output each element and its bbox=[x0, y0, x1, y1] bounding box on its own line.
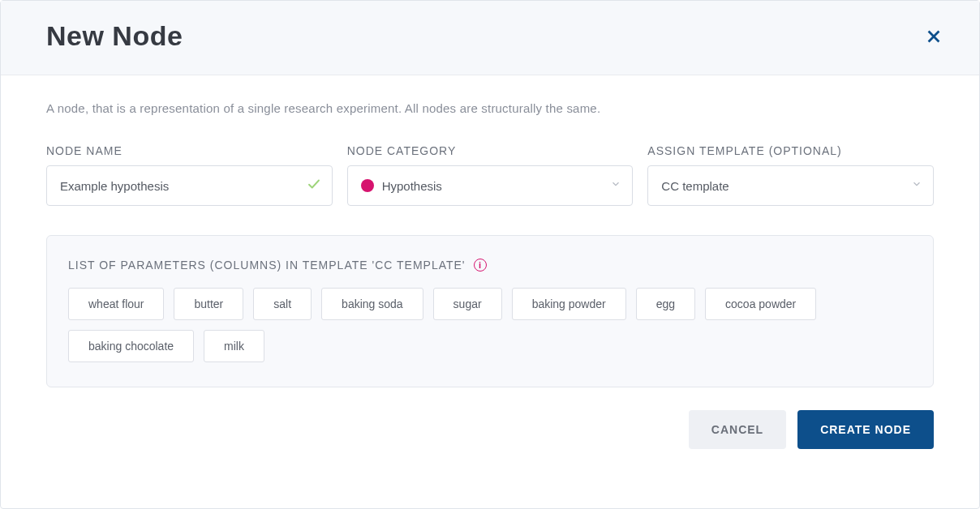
chevron-down-icon bbox=[911, 178, 922, 193]
modal-body: A node, that is a representation of a si… bbox=[1, 75, 979, 387]
parameter-chip: wheat flour bbox=[68, 288, 164, 320]
modal-header: New Node bbox=[1, 1, 979, 75]
node-category-label: NODE CATEGORY bbox=[347, 144, 634, 157]
parameters-header: LIST OF PARAMETERS (COLUMNS) IN TEMPLATE… bbox=[68, 259, 912, 272]
parameter-chip: sugar bbox=[433, 288, 502, 320]
check-icon bbox=[307, 177, 321, 195]
parameter-chip: butter bbox=[174, 288, 243, 320]
parameter-chip: milk bbox=[204, 330, 264, 362]
template-select[interactable]: CC template bbox=[647, 165, 934, 206]
node-name-group: NODE NAME bbox=[46, 144, 333, 206]
template-group: ASSIGN TEMPLATE (OPTIONAL) CC template bbox=[647, 144, 934, 206]
parameter-chip: baking chocolate bbox=[68, 330, 194, 362]
parameters-title: LIST OF PARAMETERS (COLUMNS) IN TEMPLATE… bbox=[68, 259, 466, 272]
cancel-button[interactable]: CANCEL bbox=[689, 410, 786, 449]
node-category-select-wrap: Hypothesis bbox=[347, 165, 634, 206]
modal-footer: CANCEL CREATE NODE bbox=[1, 410, 979, 475]
info-icon[interactable]: i bbox=[474, 259, 487, 272]
parameter-chip: baking powder bbox=[512, 288, 626, 320]
create-node-button[interactable]: CREATE NODE bbox=[797, 410, 934, 449]
template-select-wrap: CC template bbox=[647, 165, 934, 206]
chevron-down-icon bbox=[610, 178, 621, 193]
template-value: CC template bbox=[661, 179, 729, 193]
parameter-chip: cocoa powder bbox=[705, 288, 816, 320]
parameter-chip-list: wheat flourbuttersaltbaking sodasugarbak… bbox=[68, 288, 912, 362]
node-category-group: NODE CATEGORY Hypothesis bbox=[347, 144, 634, 206]
node-name-label: NODE NAME bbox=[46, 144, 333, 157]
parameters-panel: LIST OF PARAMETERS (COLUMNS) IN TEMPLATE… bbox=[46, 235, 934, 387]
template-label: ASSIGN TEMPLATE (OPTIONAL) bbox=[647, 144, 934, 157]
modal-description: A node, that is a representation of a si… bbox=[46, 101, 934, 115]
node-name-input[interactable] bbox=[46, 165, 333, 206]
parameter-chip: egg bbox=[636, 288, 695, 320]
category-color-dot bbox=[361, 179, 374, 192]
node-category-select[interactable]: Hypothesis bbox=[347, 165, 634, 206]
new-node-modal: New Node A node, that is a representatio… bbox=[0, 0, 980, 509]
form-row: NODE NAME NODE CATEGORY Hypothesis bbox=[46, 144, 934, 206]
node-name-input-wrap bbox=[46, 165, 333, 206]
parameter-chip: baking soda bbox=[321, 288, 423, 320]
modal-title: New Node bbox=[46, 20, 183, 52]
close-icon bbox=[925, 28, 943, 45]
node-category-value: Hypothesis bbox=[382, 179, 442, 193]
close-button[interactable] bbox=[921, 24, 947, 49]
parameter-chip: salt bbox=[253, 288, 312, 320]
